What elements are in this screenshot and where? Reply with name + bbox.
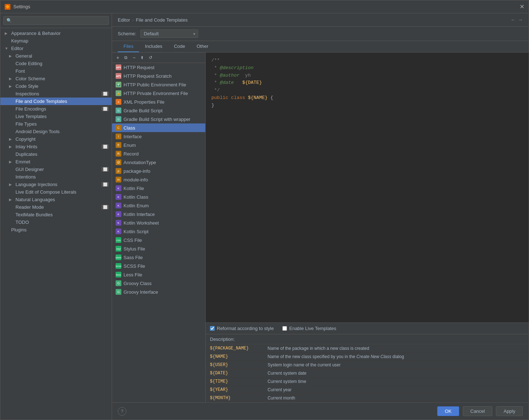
breadcrumb-current: File and Code Templates <box>136 17 188 23</box>
sidebar-item-natural-languages[interactable]: ▶ Natural Languages <box>0 196 112 203</box>
live-templates-checkbox-label[interactable]: Enable Live Templates <box>282 326 336 331</box>
help-button[interactable]: ? <box>118 407 126 416</box>
sidebar-item-duplicates[interactable]: Duplicates <box>0 150 112 158</box>
file-item-kotlin-enum[interactable]: K Kotlin Enum <box>112 201 205 210</box>
sidebar-item-live-edit[interactable]: Live Edit of Compose Literals <box>0 188 112 196</box>
close-button[interactable]: ✕ <box>520 3 524 10</box>
tab-includes[interactable]: Includes <box>139 41 168 52</box>
file-icon-java: m <box>116 177 121 182</box>
file-item-css[interactable]: css CSS File <box>112 236 205 244</box>
sidebar-item-live-templates[interactable]: Live Templates <box>0 113 112 120</box>
sidebar-item-inspections[interactable]: Inspections ⬜ <box>0 90 112 98</box>
file-item-http-request-scratch[interactable]: API HTTP Request Scratch <box>112 72 205 80</box>
tab-other[interactable]: Other <box>191 41 214 52</box>
sidebar-item-general[interactable]: ▶ General <box>0 52 112 60</box>
sidebar-item-android-design[interactable]: Android Design Tools <box>0 128 112 135</box>
expand-arrow: ▶ <box>9 137 13 141</box>
apply-button[interactable]: Apply <box>496 406 523 416</box>
sidebar-item-language-injections[interactable]: ▶ Language Injections ⬜ <box>0 181 112 188</box>
breadcrumb-separator: › <box>132 17 134 23</box>
tab-code[interactable]: Code <box>168 41 191 52</box>
file-item-record[interactable]: R Record <box>112 149 205 158</box>
scheme-select-wrapper: Default <box>140 30 198 38</box>
table-row: ${TIME} Current system time <box>206 378 529 386</box>
file-item-kotlin-worksheet[interactable]: K Kotlin Worksheet <box>112 218 205 227</box>
file-item-http-public-env[interactable]: 🌍 HTTP Public Environment File <box>112 80 205 89</box>
sidebar-item-keymap[interactable]: Keymap <box>0 37 112 45</box>
sidebar-item-gui-designer[interactable]: GUI Designer ⬜ <box>0 166 112 173</box>
file-item-less[interactable]: less Less File <box>112 270 205 279</box>
reset-template-button[interactable]: ↺ <box>147 54 154 61</box>
file-item-enum[interactable]: E Enum <box>112 141 205 149</box>
file-item-annotation-type[interactable]: @ AnnotationType <box>112 158 205 167</box>
file-item-kotlin-class[interactable]: K Kotlin Class <box>112 193 205 201</box>
expand-arrow: ▶ <box>9 198 13 202</box>
var-desc: Name of the package in which a new class… <box>263 344 529 353</box>
file-item-sass[interactable]: sass Sass File <box>112 253 205 262</box>
sidebar-item-color-scheme[interactable]: ▶ Color Scheme <box>0 75 112 82</box>
sidebar-item-code-editing[interactable]: Code Editing <box>0 60 112 67</box>
sidebar-item-plugins[interactable]: Plugins <box>0 226 112 234</box>
sidebar-item-inlay-hints[interactable]: ▶ Inlay Hints ⬜ <box>0 143 112 150</box>
main-content: ▶ Appearance & Behavior Keymap ▼ Editor … <box>0 13 529 420</box>
reformat-checkbox[interactable] <box>210 326 215 331</box>
sidebar-item-file-encodings[interactable]: File Encodings ⬜ <box>0 105 112 113</box>
nav-back-arrow[interactable]: ← <box>511 17 516 23</box>
file-icon-css: sass <box>116 254 121 260</box>
file-item-http-request[interactable]: API HTTP Request <box>112 63 205 72</box>
file-item-xml-properties[interactable]: X XML Properties File <box>112 98 205 106</box>
sidebar-item-emmet[interactable]: ▶ Emmet <box>0 158 112 166</box>
remove-template-button[interactable]: − <box>131 54 137 61</box>
file-item-kotlin-file[interactable]: K Kotlin File <box>112 184 205 193</box>
file-item-stylus[interactable]: styl Stylus File <box>112 244 205 253</box>
file-item-interface[interactable]: I Interface <box>112 132 205 141</box>
code-line: * @author yh <box>211 72 523 80</box>
sidebar-item-textmate[interactable]: TextMate Bundles <box>0 211 112 218</box>
sidebar-item-intentions[interactable]: Intentions <box>0 173 112 181</box>
var-name: ${YEAR} <box>206 386 263 394</box>
editor-panel: /** * @description * @author yh * @date … <box>206 53 529 402</box>
expand-arrow: ▶ <box>5 31 9 35</box>
sidebar-item-editor[interactable]: ▼ Editor <box>0 45 112 52</box>
file-item-package-info[interactable]: p package-info <box>112 167 205 175</box>
file-item-module-info[interactable]: m module-info <box>112 175 205 184</box>
file-item-class[interactable]: C Class <box>112 123 205 132</box>
sidebar-item-todo[interactable]: TODO <box>0 218 112 226</box>
file-item-gradle-build[interactable]: G Gradle Build Script <box>112 106 205 115</box>
var-desc: Current year <box>263 386 529 394</box>
scheme-select[interactable]: Default <box>140 30 198 38</box>
sidebar-item-copyright[interactable]: ▶ Copyright <box>0 135 112 143</box>
copy-template-button[interactable]: ⧉ <box>123 54 129 61</box>
sidebar-item-font[interactable]: Font <box>0 67 112 75</box>
search-box <box>0 13 112 28</box>
file-item-kotlin-script[interactable]: K Kotlin Script <box>112 227 205 236</box>
live-templates-checkbox[interactable] <box>282 326 287 331</box>
ok-button[interactable]: OK <box>437 406 459 416</box>
sidebar-item-file-types[interactable]: File Types <box>0 120 112 128</box>
expand-arrow: ▶ <box>9 84 13 88</box>
file-item-gradle-wrapper[interactable]: G Gradle Build Script with wrapper <box>112 115 205 123</box>
file-item-groovy-class[interactable]: G Groovy Class <box>112 279 205 288</box>
sidebar-item-file-code-templates[interactable]: File and Code Templates <box>0 98 112 105</box>
var-name: ${TIME} <box>206 378 263 386</box>
sidebar-item-appearance[interactable]: ▶ Appearance & Behavior <box>0 30 112 37</box>
move-template-button[interactable]: ⬆ <box>139 55 145 61</box>
code-editor[interactable]: /** * @description * @author yh * @date … <box>206 53 529 322</box>
expand-arrow: ▶ <box>9 160 13 164</box>
sidebar-item-reader-mode[interactable]: Reader Mode ⬜ <box>0 203 112 211</box>
add-template-button[interactable]: + <box>115 54 121 61</box>
tab-files[interactable]: Files <box>118 41 139 52</box>
search-input[interactable] <box>3 16 109 25</box>
title-bar: 🔶 Settings ✕ <box>0 0 529 13</box>
file-item-groovy-interface[interactable]: G Groovy Interface <box>112 288 205 296</box>
reformat-checkbox-label[interactable]: Reformat according to style <box>210 326 274 331</box>
file-item-kotlin-interface[interactable]: K Kotlin Interface <box>112 210 205 218</box>
nav-forward-arrow[interactable]: → <box>518 17 523 23</box>
file-icon-java: @ <box>116 159 121 165</box>
code-line: * @description <box>211 64 523 72</box>
panel-body: + ⧉ − ⬆ ↺ API HTTP Request API HTTP <box>112 53 529 402</box>
file-item-scss[interactable]: scss SCSS File <box>112 262 205 270</box>
file-item-http-private-env[interactable]: 🔒 HTTP Private Environment File <box>112 89 205 98</box>
cancel-button[interactable]: Cancel <box>463 406 492 416</box>
sidebar-item-code-style[interactable]: ▶ Code Style <box>0 82 112 90</box>
